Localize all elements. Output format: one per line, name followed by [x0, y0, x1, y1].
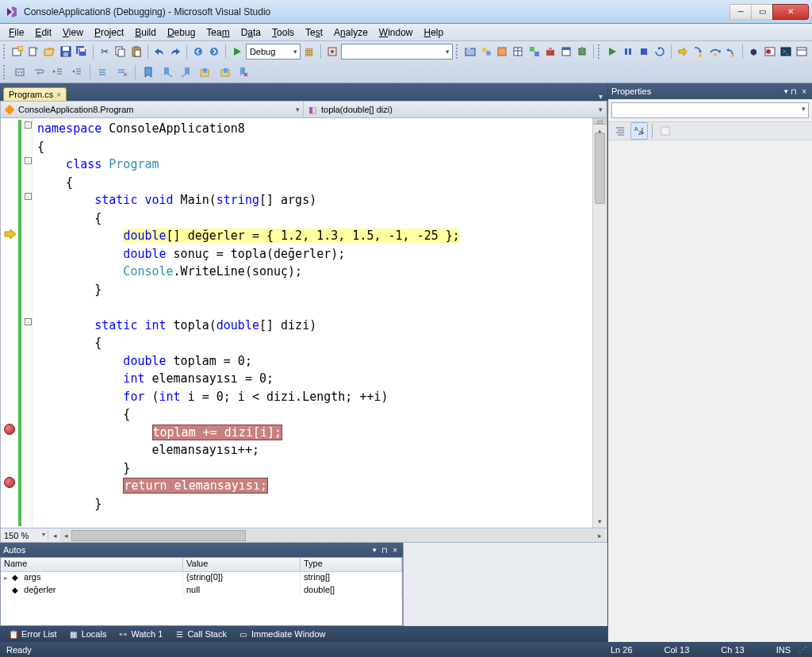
menu-project[interactable]: Project: [89, 25, 129, 40]
properties-object-combo[interactable]: [611, 102, 809, 118]
tab-dropdown-icon[interactable]: ▾: [594, 92, 607, 101]
scope-combo[interactable]: 🔶 ConsoleApplication8.Program: [1, 102, 304, 117]
bookmark-icon[interactable]: [140, 63, 157, 81]
inc-indent-icon[interactable]: [49, 63, 67, 81]
tab-immediate[interactable]: ▭Immediate Window: [233, 628, 331, 640]
menu-help[interactable]: Help: [419, 25, 450, 40]
immediate-icon[interactable]: [795, 43, 809, 60]
step-into-icon[interactable]: [691, 43, 706, 60]
paste-icon[interactable]: [129, 43, 144, 60]
bookmark-prev-icon[interactable]: [159, 63, 176, 81]
break-all-icon[interactable]: [621, 43, 635, 60]
property-pages-icon[interactable]: [657, 122, 674, 140]
uncomment-icon[interactable]: [113, 63, 131, 81]
breakpoints-window-icon[interactable]: [763, 43, 777, 60]
member-combo[interactable]: ◧ topla(double[] dizi): [304, 102, 607, 117]
open-icon[interactable]: [42, 43, 56, 60]
properties-icon[interactable]: [511, 43, 525, 60]
autos-row[interactable]: ▸◆ args {string[0]} string[]: [1, 572, 402, 585]
tab-error-list[interactable]: 📋Error List: [3, 628, 62, 640]
step-over-icon[interactable]: [707, 43, 722, 60]
minimize-button[interactable]: ─: [730, 4, 752, 20]
close-panel-icon[interactable]: ×: [390, 546, 400, 555]
continue-icon[interactable]: [605, 43, 619, 60]
menu-edit[interactable]: Edit: [29, 25, 57, 40]
team-explorer-icon[interactable]: [479, 43, 493, 60]
add-item-icon[interactable]: +: [26, 43, 40, 60]
menu-view[interactable]: View: [57, 25, 89, 40]
stop-debug-icon[interactable]: [637, 43, 651, 60]
new-project-icon[interactable]: [10, 43, 25, 60]
class-view-icon[interactable]: [495, 43, 509, 60]
menu-build[interactable]: Build: [129, 25, 162, 40]
restart-icon[interactable]: [653, 43, 667, 60]
breakpoint-icon[interactable]: [4, 477, 17, 490]
close-panel-icon[interactable]: ×: [799, 87, 809, 96]
alphabetical-icon[interactable]: AZ: [630, 122, 648, 140]
panel-menu-icon[interactable]: ▾: [370, 546, 379, 554]
pin-icon[interactable]: ⊓: [788, 87, 799, 96]
find-target-icon[interactable]: [325, 43, 339, 60]
copy-icon[interactable]: [113, 43, 128, 60]
start-page-icon[interactable]: [559, 43, 573, 60]
outline-toggle-icon[interactable]: -: [25, 157, 32, 164]
dec-indent-icon[interactable]: [68, 63, 86, 81]
menu-file[interactable]: File: [3, 25, 29, 40]
tab-close-icon[interactable]: ×: [56, 90, 61, 99]
platform-icon[interactable]: ▦: [302, 43, 316, 60]
menu-team[interactable]: Team: [201, 25, 235, 40]
undo-icon[interactable]: [152, 43, 167, 60]
autos-row[interactable]: ◆ değerler null double[]: [1, 585, 402, 597]
col-value-header[interactable]: Value: [183, 558, 301, 571]
save-all-icon[interactable]: [75, 43, 89, 60]
word-wrap-icon[interactable]: [30, 63, 48, 81]
step-out-icon[interactable]: [724, 43, 738, 60]
maximize-button[interactable]: ▭: [751, 4, 773, 20]
ext-manager-icon[interactable]: [575, 43, 589, 60]
output-window-icon[interactable]: >_: [779, 43, 793, 60]
outline-toggle-icon[interactable]: -: [25, 193, 32, 200]
object-browser-icon[interactable]: [527, 43, 542, 60]
menu-data[interactable]: Data: [236, 25, 266, 40]
view-ws-icon[interactable]: [11, 63, 29, 81]
zoom-combo[interactable]: 150 %: [1, 531, 48, 540]
nav-back-icon[interactable]: [191, 43, 205, 60]
tab-locals[interactable]: ▦Locals: [63, 628, 112, 640]
breakpoint-icon[interactable]: [4, 424, 17, 436]
find-combo[interactable]: [341, 44, 453, 60]
tab-call-stack[interactable]: ☰Call Stack: [169, 628, 232, 640]
start-debug-icon[interactable]: [230, 43, 244, 60]
resize-grip-icon[interactable]: ⋰: [799, 645, 806, 655]
menu-window[interactable]: Window: [373, 25, 419, 40]
bookmark-clear-icon[interactable]: [235, 63, 252, 81]
menu-tools[interactable]: Tools: [266, 25, 300, 40]
col-name-header[interactable]: Name: [1, 558, 183, 571]
code-editor[interactable]: - - - - namespace ConsoleApplication8 { …: [0, 118, 607, 528]
config-combo[interactable]: Debug: [246, 44, 301, 60]
menu-debug[interactable]: Debug: [162, 25, 201, 40]
save-icon[interactable]: [59, 43, 73, 60]
autos-grid[interactable]: Name Value Type ▸◆ args {string[0]} stri…: [0, 557, 403, 626]
editor-margin[interactable]: - - - -: [1, 118, 33, 528]
tab-watch1[interactable]: 👓Watch 1: [113, 628, 167, 640]
categorized-icon[interactable]: [611, 122, 629, 140]
outline-toggle-icon[interactable]: -: [25, 121, 32, 129]
comment-icon[interactable]: [94, 63, 112, 81]
menu-test[interactable]: Test: [300, 25, 328, 40]
solution-explorer-icon[interactable]: [463, 43, 477, 60]
bookmark-folder-next-icon[interactable]: [216, 63, 233, 81]
bookmark-folder-prev-icon[interactable]: [197, 63, 214, 81]
horizontal-scrollbar[interactable]: ◂ ▸: [60, 529, 605, 542]
close-button[interactable]: ✕: [772, 4, 809, 20]
bookmark-next-icon[interactable]: [178, 63, 195, 81]
cut-icon[interactable]: ✂: [98, 43, 112, 60]
tab-program-cs[interactable]: Program.cs ×: [3, 87, 67, 101]
redo-icon[interactable]: [168, 43, 182, 60]
split-handle[interactable]: ▭: [593, 118, 607, 125]
code-text[interactable]: namespace ConsoleApplication8 { class Pr…: [33, 118, 592, 528]
outline-toggle-icon[interactable]: -: [25, 318, 32, 325]
col-type-header[interactable]: Type: [301, 558, 402, 571]
menu-analyze[interactable]: Analyze: [328, 25, 373, 40]
nav-fwd-icon[interactable]: [207, 43, 221, 60]
toolbox-icon[interactable]: [543, 43, 557, 60]
